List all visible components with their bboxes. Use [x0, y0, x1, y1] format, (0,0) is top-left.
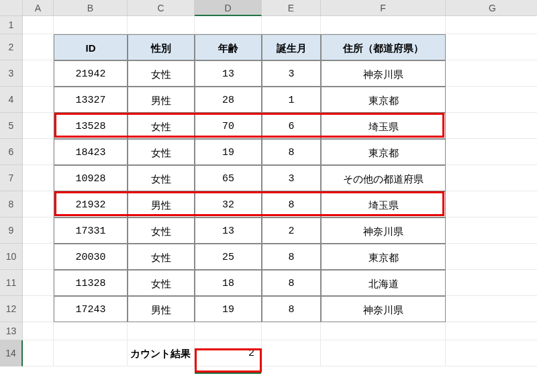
- cell-F7[interactable]: その他の都道府県: [321, 165, 446, 191]
- cell-A10[interactable]: [23, 244, 54, 270]
- cell-G4[interactable]: [446, 87, 537, 113]
- cell-G9[interactable]: [446, 217, 537, 244]
- cell-B12[interactable]: 17243: [54, 296, 128, 322]
- cell-G14[interactable]: [446, 340, 537, 366]
- cell-F8[interactable]: 埼玉県: [321, 191, 446, 217]
- cell-F3[interactable]: 神奈川県: [321, 60, 446, 87]
- cell-F1[interactable]: [321, 16, 446, 34]
- cell-D1[interactable]: [195, 16, 262, 34]
- cell-C10[interactable]: 女性: [128, 244, 195, 270]
- row-header-4[interactable]: 4: [0, 87, 23, 113]
- cell-G3[interactable]: [446, 60, 537, 87]
- cell-B8[interactable]: 21932: [54, 191, 128, 217]
- cell-G10[interactable]: [446, 244, 537, 270]
- cell-F2[interactable]: 住所（都道府県）: [321, 34, 446, 60]
- cell-C11[interactable]: 女性: [128, 270, 195, 296]
- cell-D6[interactable]: 19: [195, 139, 262, 165]
- cell-E5[interactable]: 6: [262, 113, 321, 139]
- col-header-C[interactable]: C: [128, 0, 195, 16]
- row-header-8[interactable]: 8: [0, 191, 23, 217]
- cell-G12[interactable]: [446, 296, 537, 322]
- cell-A14[interactable]: [23, 340, 54, 366]
- cell-G6[interactable]: [446, 139, 537, 165]
- cell-E12[interactable]: 8: [262, 296, 321, 322]
- cell-G7[interactable]: [446, 165, 537, 191]
- cell-A12[interactable]: [23, 296, 54, 322]
- cell-B4[interactable]: 13327: [54, 87, 128, 113]
- cell-B10[interactable]: 20030: [54, 244, 128, 270]
- row-header-6[interactable]: 6: [0, 139, 23, 165]
- cell-C7[interactable]: 女性: [128, 165, 195, 191]
- cell-A13[interactable]: [23, 322, 54, 340]
- col-header-G[interactable]: G: [446, 0, 537, 16]
- cell-D5[interactable]: 70: [195, 113, 262, 139]
- cell-D2[interactable]: 年齢: [195, 34, 262, 60]
- cell-C14-count-label[interactable]: カウント結果: [128, 340, 195, 366]
- cell-F5[interactable]: 埼玉県: [321, 113, 446, 139]
- cell-B13[interactable]: [54, 322, 128, 340]
- cell-D13[interactable]: [195, 322, 262, 340]
- cell-D11[interactable]: 18: [195, 270, 262, 296]
- cell-A7[interactable]: [23, 165, 54, 191]
- cell-D8[interactable]: 32: [195, 191, 262, 217]
- cell-D3[interactable]: 13: [195, 60, 262, 87]
- cell-A5[interactable]: [23, 113, 54, 139]
- row-header-10[interactable]: 10: [0, 244, 23, 270]
- cell-F12[interactable]: 神奈川県: [321, 296, 446, 322]
- cell-G2[interactable]: [446, 34, 537, 60]
- cell-A8[interactable]: [23, 191, 54, 217]
- cell-B1[interactable]: [54, 16, 128, 34]
- cell-D12[interactable]: 19: [195, 296, 262, 322]
- cell-E11[interactable]: 8: [262, 270, 321, 296]
- cell-D4[interactable]: 28: [195, 87, 262, 113]
- cell-B6[interactable]: 18423: [54, 139, 128, 165]
- row-header-1[interactable]: 1: [0, 16, 23, 34]
- cell-E13[interactable]: [262, 322, 321, 340]
- row-header-14[interactable]: 14: [0, 340, 23, 366]
- row-header-7[interactable]: 7: [0, 165, 23, 191]
- cell-A2[interactable]: [23, 34, 54, 60]
- cell-C5[interactable]: 女性: [128, 113, 195, 139]
- cell-B7[interactable]: 10928: [54, 165, 128, 191]
- cell-G13[interactable]: [446, 322, 537, 340]
- cell-E7[interactable]: 3: [262, 165, 321, 191]
- row-header-3[interactable]: 3: [0, 60, 23, 87]
- cell-F6[interactable]: 東京都: [321, 139, 446, 165]
- cell-E3[interactable]: 3: [262, 60, 321, 87]
- cell-E8[interactable]: 8: [262, 191, 321, 217]
- cell-C12[interactable]: 男性: [128, 296, 195, 322]
- cell-F14[interactable]: [321, 340, 446, 366]
- cell-F10[interactable]: 東京都: [321, 244, 446, 270]
- cell-B2[interactable]: ID: [54, 34, 128, 60]
- cell-E6[interactable]: 8: [262, 139, 321, 165]
- cell-A3[interactable]: [23, 60, 54, 87]
- col-header-B[interactable]: B: [54, 0, 128, 16]
- cell-B5[interactable]: 13528: [54, 113, 128, 139]
- cell-G8[interactable]: [446, 191, 537, 217]
- cell-B9[interactable]: 17331: [54, 217, 128, 244]
- select-all-corner[interactable]: [0, 0, 23, 16]
- row-header-2[interactable]: 2: [0, 34, 23, 60]
- cell-C1[interactable]: [128, 16, 195, 34]
- cell-E2[interactable]: 誕生月: [262, 34, 321, 60]
- cell-C9[interactable]: 女性: [128, 217, 195, 244]
- cell-E1[interactable]: [262, 16, 321, 34]
- cell-F11[interactable]: 北海道: [321, 270, 446, 296]
- cell-B14[interactable]: [54, 340, 128, 366]
- col-header-E[interactable]: E: [262, 0, 321, 16]
- cell-C6[interactable]: 女性: [128, 139, 195, 165]
- cell-A4[interactable]: [23, 87, 54, 113]
- cell-F4[interactable]: 東京都: [321, 87, 446, 113]
- cell-D9[interactable]: 13: [195, 217, 262, 244]
- col-header-D[interactable]: D: [195, 0, 262, 16]
- spreadsheet[interactable]: A B C D E F G 1 2 ID 性別 年齢 誕生月 住所（都道府県） …: [0, 0, 537, 366]
- row-header-5[interactable]: 5: [0, 113, 23, 139]
- row-header-11[interactable]: 11: [0, 270, 23, 296]
- cell-D14-count-value[interactable]: 2: [195, 340, 262, 366]
- cell-E14[interactable]: [262, 340, 321, 366]
- cell-E4[interactable]: 1: [262, 87, 321, 113]
- cell-G11[interactable]: [446, 270, 537, 296]
- cell-B11[interactable]: 11328: [54, 270, 128, 296]
- cell-A6[interactable]: [23, 139, 54, 165]
- cell-A11[interactable]: [23, 270, 54, 296]
